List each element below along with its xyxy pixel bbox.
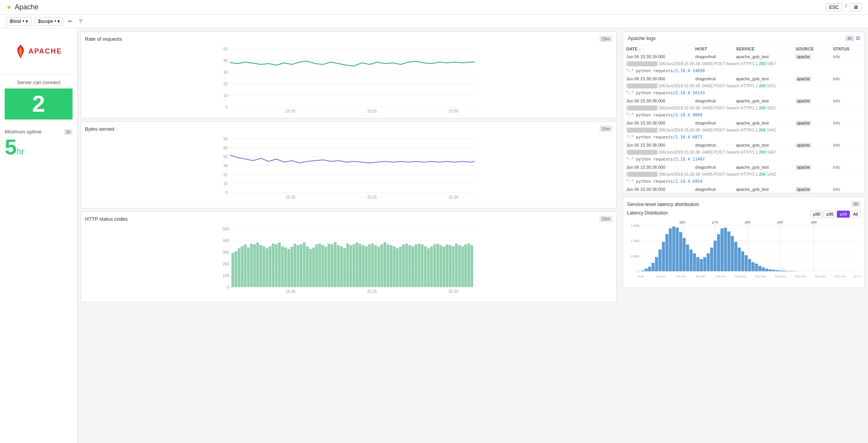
svg-rect-63 [291,247,293,287]
log-row[interactable]: Jun 06 15:30:38.000dragonfruitapache_gob… [623,119,865,127]
svg-rect-147 [655,257,658,272]
external-link-icon[interactable]: ⧉ [856,35,860,42]
svg-text:p90: p90 [745,220,750,224]
log-service: apache_gob_test [733,53,793,61]
http-chart-header: HTTP status codes 15m [85,216,612,222]
log-date: Jun 06 15:30:38.000 [623,142,692,149]
svg-text:64: 64 [223,155,228,159]
latency-card: Service-level latency distribution 4h La… [623,197,865,288]
svg-rect-102 [412,246,414,287]
log-row[interactable]: Jun 06 15:30:38.000dragonfruitapache_gob… [623,164,865,171]
log-host: dragonfruit [692,164,733,171]
svg-text:200: 200 [223,262,229,266]
log-row[interactable]: Jun 06 15:30:39.000dragonfruitapache_gob… [623,75,865,83]
svg-rect-111 [440,245,442,287]
svg-rect-172 [741,251,744,271]
server-count-box: 2 [5,88,73,119]
svg-text:18.0 ms: 18.0 ms [814,275,825,278]
p95-button[interactable]: p95 [824,211,836,218]
log-service: apache_gob_test [733,97,793,105]
svg-rect-112 [443,247,445,287]
log-row[interactable]: Jun 06 15:30:39.000dragonfruitapache_gob… [623,53,865,61]
svg-rect-114 [449,245,452,287]
svg-text:6.0 ms: 6.0 ms [696,275,705,278]
svg-rect-117 [458,245,461,287]
svg-rect-93 [384,242,386,287]
log-detail-row: "-" python requests/2.18.4 10143 [623,90,865,97]
svg-rect-62 [288,249,290,287]
p99-button[interactable]: p99 [837,211,849,218]
svg-text:400: 400 [223,239,229,243]
svg-rect-146 [651,263,655,272]
log-detail-row: "-" python requests/2.18.4 11407 [623,156,865,164]
svg-rect-182 [776,270,779,271]
svg-rect-74 [325,247,327,287]
svg-rect-166 [721,228,724,272]
log-code: 200 [759,61,766,66]
host-dots: • ▾ [23,19,28,24]
uptime-label-row: Minimum uptime 1h [5,129,73,135]
p90-button[interactable]: p90 [811,211,823,218]
esc-button[interactable]: ESC [826,3,842,11]
edit-button[interactable]: ✏ [66,17,74,25]
svg-text:50: 50 [223,47,228,51]
log-timestamp: [06/Jun/2018:15:30:38 -0400] [659,150,712,154]
http-bar-chart: 500 400 300 200 100 0 [85,225,612,297]
logs-title: Apache logs [628,35,656,41]
rate-chart-header: Rate of requests 15m [85,36,612,42]
svg-rect-115 [452,246,455,287]
uptime-display: 5hr [5,136,73,158]
svg-text:2.0 ms: 2.0 ms [656,275,665,278]
scope-dots: • ▾ [55,19,60,24]
svg-rect-184 [783,270,786,271]
log-source: apache [792,75,830,83]
log-source: apache [792,53,830,61]
log-ip: ██████████ [626,61,658,66]
host-dropdown[interactable]: $host • ▾ [6,17,31,26]
log-row[interactable]: Jun 06 15:30:38.000dragonfruitapache_gob… [623,97,865,105]
log-bytes: 1667 [767,150,776,154]
svg-text:20.0 ms: 20.0 ms [835,275,845,278]
svg-rect-156 [686,244,689,271]
svg-rect-77 [334,242,337,287]
svg-text:15:25: 15:25 [367,109,377,113]
logs-header: Apache logs 4h ⧉ [623,32,865,45]
left-panel: APACHE Server can connect 2 Minimum upti… [0,28,78,443]
svg-text:0: 0 [225,105,228,109]
all-button[interactable]: All [851,211,861,218]
svg-rect-85 [359,244,362,287]
svg-rect-183 [779,270,782,271]
col-status-header: STATUS [830,45,865,53]
svg-rect-91 [378,247,380,287]
log-timestamp: [06/Jun/2018:15:30:39 -0400] [659,61,712,66]
svg-rect-173 [745,255,748,271]
log-ip: ██████████ [626,83,658,88]
uptime-section: Minimum uptime 1h 5hr [0,124,77,163]
svg-rect-161 [703,257,706,272]
log-date: Jun 06 15:30:38.000 [623,186,692,193]
col-service-header: SERVICE [733,45,793,53]
log-status: Info [830,53,865,61]
svg-text:30: 30 [223,70,228,74]
latency-badge: 4h [851,201,861,207]
log-bytes: 1551 [767,106,776,110]
log-row[interactable]: Jun 06 15:30:38.000dragonfruitapache_gob… [623,186,865,193]
monitor-button[interactable]: 🖥 [850,3,862,11]
svg-rect-144 [645,268,648,271]
http-chart-title: HTTP status codes [85,216,128,222]
log-request: POST /search HTTP/1.1 [714,128,758,132]
svg-rect-149 [662,242,665,271]
svg-rect-151 [669,228,672,272]
svg-rect-107 [427,248,430,287]
svg-rect-178 [762,267,765,271]
log-row[interactable]: Jun 06 15:30:38.000dragonfruitapache_gob… [623,142,865,149]
help-button[interactable]: ? [77,17,83,25]
svg-text:500: 500 [223,227,229,231]
svg-rect-101 [409,245,411,287]
svg-rect-96 [393,246,396,287]
log-date: Jun 06 15:30:38.000 [623,164,692,171]
log-host: dragonfruit [692,142,733,149]
log-agent: "-" python requests/2.18.4 9009 [626,112,702,117]
scope-dropdown[interactable]: $scope • ▾ [35,17,63,26]
uptime-value: 5 [5,135,17,159]
